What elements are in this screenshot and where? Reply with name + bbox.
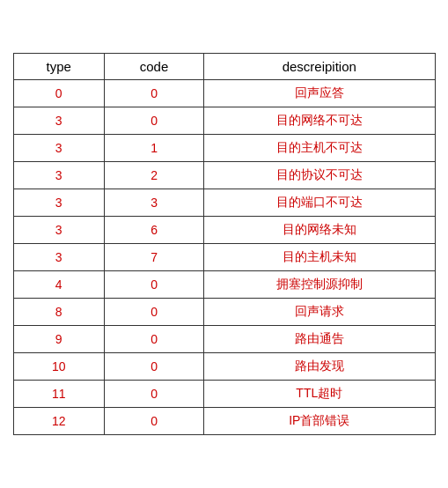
cell-code: 0 [105,271,204,299]
cell-code: 0 [105,353,204,381]
cell-type: 11 [13,381,105,408]
cell-code: 2 [105,162,204,189]
table-row: 37目的主机未知 [13,244,435,271]
table-row: 80回声请求 [13,299,435,326]
col-type-header: type [13,54,105,80]
cell-type: 3 [13,135,105,162]
table-row: 120IP首部错误 [13,408,435,435]
cell-code: 6 [105,217,204,244]
cell-type: 8 [13,299,105,326]
cell-description: 目的网络未知 [204,217,435,244]
cell-description: 路由通告 [204,326,435,353]
cell-type: 3 [13,244,105,271]
cell-description: IP首部错误 [204,408,435,435]
cell-code: 1 [105,135,204,162]
table-row: 110TTL超时 [13,381,435,408]
cell-description: 回声应答 [204,80,435,107]
cell-description: 路由发现 [204,353,435,381]
cell-description: 目的主机未知 [204,244,435,271]
cell-code: 0 [105,408,204,435]
cell-code: 7 [105,244,204,271]
cell-type: 3 [13,162,105,189]
table-row: 30目的网络不可达 [13,107,435,135]
cell-description: 目的端口不可达 [204,189,435,217]
icmp-table: type code descreipition 00回声应答30目的网络不可达3… [13,53,436,435]
cell-code: 3 [105,189,204,217]
cell-code: 0 [105,381,204,408]
cell-description: 拥塞控制源抑制 [204,271,435,299]
cell-description: 目的主机不可达 [204,135,435,162]
table-row: 00回声应答 [13,80,435,107]
cell-type: 3 [13,217,105,244]
cell-description: TTL超时 [204,381,435,408]
col-code-header: code [105,54,204,80]
cell-code: 0 [105,299,204,326]
cell-code: 0 [105,107,204,135]
cell-description: 回声请求 [204,299,435,326]
col-desc-header: descreipition [204,54,435,80]
table-row: 31目的主机不可达 [13,135,435,162]
cell-type: 12 [13,408,105,435]
table-row: 36目的网络未知 [13,217,435,244]
cell-code: 0 [105,326,204,353]
table-row: 90路由通告 [13,326,435,353]
cell-type: 4 [13,271,105,299]
table-wrapper: type code descreipition 00回声应答30目的网络不可达3… [13,53,436,435]
cell-type: 9 [13,326,105,353]
table-row: 32目的协议不可达 [13,162,435,189]
cell-code: 0 [105,80,204,107]
cell-description: 目的网络不可达 [204,107,435,135]
table-row: 40拥塞控制源抑制 [13,271,435,299]
table-header-row: type code descreipition [13,54,435,80]
cell-type: 3 [13,107,105,135]
table-row: 33目的端口不可达 [13,189,435,217]
cell-type: 0 [13,80,105,107]
cell-type: 3 [13,189,105,217]
cell-description: 目的协议不可达 [204,162,435,189]
table-row: 100路由发现 [13,353,435,381]
cell-type: 10 [13,353,105,381]
